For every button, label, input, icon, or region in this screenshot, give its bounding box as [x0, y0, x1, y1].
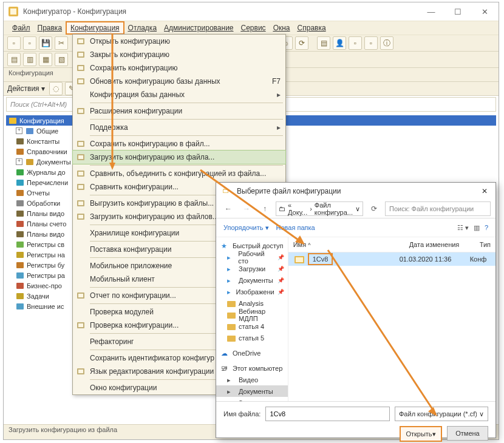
toolbar-btn-icon[interactable]: ▧ [55, 53, 68, 66]
file-dialog-bottom: Имя файла: Файл конфигурации (*.cf)∨ Отк… [216, 401, 495, 443]
col-type[interactable]: Тип [475, 241, 495, 248]
menu-сервис[interactable]: Сервис [237, 22, 270, 33]
menu-правка[interactable]: Правка [34, 22, 66, 33]
nav-back-icon[interactable]: ← [221, 202, 236, 215]
svg-rect-12 [16, 221, 24, 227]
report-icon [16, 189, 24, 197]
sidebar-item[interactable]: ▸Загрузки📌 [216, 263, 288, 274]
tree-item-label: Регистры бу [27, 262, 64, 269]
menu-item[interactable]: Конфигурация базы данных▸ [73, 88, 285, 101]
nav-fwd-icon[interactable]: → [239, 202, 254, 215]
cancel-button[interactable]: Отмена [447, 426, 488, 441]
menu-item[interactable]: Расширения конфигурации [73, 104, 285, 118]
sidebar-item[interactable]: ☁OneDrive [216, 347, 288, 359]
menu-item[interactable]: Закрыть конфигурацию [73, 48, 285, 61]
file-dialog-nav: ← → ↑ 🗀 « Доку...› Файл конфигура... ∨ ⟳… [216, 200, 495, 218]
new-folder-button[interactable]: Новая папка [276, 224, 315, 231]
sidebar-item[interactable]: статья 4 [216, 320, 288, 332]
pin-icon: 📌 [278, 254, 284, 260]
col-date[interactable]: Дата изменения [404, 241, 475, 248]
sidebar-item[interactable]: ▸Видео [216, 374, 288, 385]
sidebar-item[interactable]: статья 5 [216, 332, 288, 343]
sidebar-item-label: Изображени [236, 288, 274, 296]
menu-item[interactable]: Сравнить, объединить с конфигурацией из … [73, 167, 285, 180]
file-dialog-title-bar: 🗀 Выберите файл конфигурации ✕ [216, 183, 495, 200]
menu-item[interactable]: Поддержка▸ [73, 121, 285, 134]
menu-item-label: Сравнить, объединить с конфигурацией из … [90, 169, 266, 178]
svg-rect-49 [227, 301, 236, 307]
col-name[interactable]: Имя ^ [288, 241, 404, 248]
menu-item[interactable]: Загрузить конфигурацию из файла... [72, 150, 286, 164]
help-icon[interactable]: ? [485, 224, 488, 232]
toolbar-btn-icon[interactable]: ⟳ [295, 36, 308, 50]
folder-icon [227, 311, 236, 319]
refresh-icon[interactable]: ⟳ [367, 202, 381, 215]
sidebar-item[interactable]: ▸Загрузки [216, 397, 288, 401]
svg-rect-9 [16, 190, 24, 196]
tree-item-label: Планы счето [27, 220, 66, 228]
pc-icon: 🖳 [221, 365, 230, 372]
filename-input[interactable] [265, 407, 390, 421]
toolbar-btn-icon[interactable]: ▦ [39, 53, 52, 66]
breadcrumb[interactable]: 🗀 « Доку...› Файл конфигура... ∨ [276, 201, 363, 216]
menu-отладка[interactable]: Отладка [124, 22, 160, 33]
menu-item-label: Сохранить идентификатор конфигур [90, 354, 214, 362]
sidebar-item-label: статья 5 [239, 334, 264, 342]
file-dialog-close-button[interactable]: ✕ [474, 183, 495, 199]
minimize-button[interactable]: ― [422, 5, 440, 18]
toolbar-btn-icon[interactable]: ▫ [364, 36, 378, 50]
sidebar-item[interactable]: ▸Документы📌 [216, 274, 288, 286]
sidebar-item-label: Загрузки [239, 265, 265, 272]
menu-файл[interactable]: Файл [9, 22, 34, 33]
organize-button[interactable]: Упорядочить ▾ [223, 224, 269, 232]
toolbar-btn-icon[interactable]: ▫ [349, 36, 362, 50]
menu-окна[interactable]: Окна [270, 22, 294, 33]
menu-item-label: Сохранить конфигурацию [90, 64, 177, 72]
menu-конфигурация[interactable]: Конфигурация [66, 21, 124, 35]
actions-label[interactable]: Действия ▾ [7, 84, 45, 93]
menu-item[interactable]: Обновить конфигурацию базы данныхF7 [73, 75, 285, 88]
toolbar-open-icon[interactable]: ▫ [23, 36, 36, 50]
expand-icon[interactable]: + [16, 158, 22, 165]
sidebar-item[interactable]: 🖳Этот компьютер [216, 362, 288, 374]
svg-rect-13 [16, 231, 24, 237]
menu-item[interactable]: Сохранить конфигурацию [73, 61, 285, 75]
filetype-combo[interactable]: Файл конфигурации (*.cf)∨ [395, 407, 488, 421]
toolbar-cut-icon[interactable]: ✂ [55, 36, 68, 50]
toolbar-user-icon[interactable]: 👤 [333, 36, 346, 50]
save-icon [75, 63, 86, 73]
expand-icon[interactable]: + [16, 127, 22, 134]
menu-справка[interactable]: Справка [294, 22, 330, 33]
details-icon[interactable]: ▥ [474, 224, 480, 232]
sidebar-item[interactable]: ▸Изображени📌 [216, 286, 288, 297]
sidebar-item[interactable]: ▸Рабочий сто📌 [216, 251, 288, 263]
toolbar-btn-icon[interactable]: ▤ [7, 53, 21, 66]
open-button[interactable]: Открыть ▾ [400, 426, 442, 442]
file-dialog-search[interactable]: Поиск: Файл конфигурации [385, 201, 491, 216]
maximize-button[interactable]: ☐ [449, 5, 467, 18]
svg-rect-1 [10, 8, 16, 15]
toolbar-info-icon[interactable]: ⓘ [380, 36, 393, 50]
menu-item[interactable]: Сохранить конфигурацию в файл... [73, 137, 285, 150]
view-icon[interactable]: ☷ ▾ [457, 224, 469, 232]
video-icon: ▸ [227, 376, 236, 384]
sidebar-item[interactable]: Вебинар МДЛП [216, 309, 288, 320]
toolbar-btn-icon[interactable]: ▤ [317, 36, 330, 50]
doc-icon [26, 158, 34, 166]
tree-item-label: Журналы до [27, 169, 66, 176]
menu-администрирование[interactable]: Администрирование [160, 22, 237, 33]
file-row[interactable]: 1Cv801.03.2020 11:36Конф [288, 252, 495, 266]
close-button[interactable]: ✕ [475, 5, 494, 18]
toolbar-save-icon[interactable]: 💾 [39, 36, 52, 50]
sidebar-item[interactable]: ▸Документы [216, 385, 288, 397]
menu-item[interactable]: Открыть конфигурацию [73, 35, 285, 48]
action-btn-icon[interactable]: ◌ [49, 82, 63, 95]
reg4-icon [16, 271, 24, 280]
sidebar-item-label: Analysis [239, 300, 264, 307]
toolbar-new-icon[interactable]: ▫ [7, 36, 21, 50]
toolbar-btn-icon[interactable]: ▥ [23, 53, 36, 66]
folder-icon: 🗀 [222, 186, 232, 196]
sidebar-item-label: Вебинар МДЛП [239, 308, 284, 322]
nav-up-icon[interactable]: ↑ [257, 202, 272, 215]
svg-rect-6 [26, 159, 33, 165]
